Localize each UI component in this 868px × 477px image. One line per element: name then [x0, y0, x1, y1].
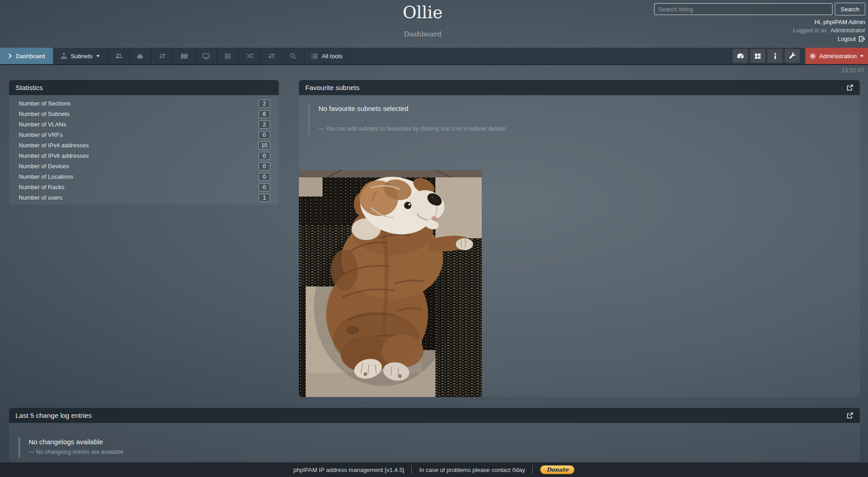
favourites-hint: — You can add subnets to favourites by c…	[318, 126, 860, 132]
search-input[interactable]	[654, 3, 833, 15]
favourite-subnets-panel: Favourite subnets No favourite subnets s…	[299, 80, 860, 397]
tab-all-tools[interactable]: All tools	[304, 48, 350, 64]
info-button[interactable]	[767, 49, 782, 63]
tab-dashboard-label: Dashboard	[16, 53, 45, 60]
group-icon	[115, 52, 122, 60]
external-link-icon[interactable]	[847, 412, 853, 419]
favourites-empty-note: No favourite subnets selected — You can …	[308, 104, 860, 135]
nav-button-list[interactable]	[217, 48, 239, 64]
logout-link[interactable]: Logout	[838, 35, 856, 42]
external-link-icon[interactable]	[847, 84, 853, 91]
changelog-title: Last 5 change log entries	[15, 412, 92, 419]
gauge-icon	[737, 53, 744, 59]
main-navbar: Dashboard Subnets	[0, 48, 868, 65]
nav-spacer	[350, 48, 733, 64]
table-row: Number of IPv4 addresses10	[9, 140, 279, 151]
stat-label: Number of Devices	[19, 163, 258, 170]
exchange-icon	[159, 53, 166, 59]
transfer-icon	[268, 53, 275, 59]
donate-button[interactable]: Donate	[540, 465, 575, 474]
statistics-title: Statistics	[15, 84, 43, 91]
stat-label: Number of Sections	[19, 100, 258, 107]
stat-label: Number of users	[19, 194, 258, 201]
user-greeting: Hi, phpIPAM Admin	[654, 19, 865, 25]
stat-label: Number of IPv4 addresses	[19, 142, 258, 149]
footer-separator	[411, 465, 412, 474]
status-badge: 10	[258, 141, 270, 150]
status-badge: 2	[258, 121, 270, 129]
stat-label: Number of Subnets	[19, 110, 258, 117]
caret-down-icon	[860, 55, 864, 58]
nav-button-map[interactable]	[173, 48, 195, 64]
search-icon	[290, 53, 297, 60]
clock: 13:32:07	[841, 67, 864, 74]
favourites-message: No favourite subnets selected	[318, 105, 860, 112]
footer-version[interactable]: phpIPAM IP address management [v1.4.5]	[293, 467, 404, 473]
changelog-message: No changelogs available	[29, 438, 860, 446]
shuffle-icon	[246, 53, 253, 59]
chevron-right-icon	[8, 53, 12, 59]
tab-administration-label: Administration	[819, 53, 857, 60]
header-user-area: Search Hi, phpIPAM Admin Logged in as Ad…	[654, 3, 865, 42]
gear-icon	[809, 53, 816, 60]
desktop-icon	[202, 53, 210, 60]
statistics-panel: Statistics Number of Sections2 Number of…	[9, 80, 279, 205]
cloud-icon	[136, 53, 144, 60]
sitemap-icon	[61, 53, 67, 60]
status-badge: 6	[258, 110, 270, 118]
table-row: Number of Subnets6	[9, 109, 279, 119]
table-row: Number of VLANs2	[9, 119, 279, 130]
nav-button-search[interactable]	[283, 48, 304, 64]
tab-subnets[interactable]: Subnets	[53, 48, 108, 64]
nav-button-desktop[interactable]	[195, 48, 217, 64]
statistics-rows: Number of Sections2 Number of Subnets6 N…	[9, 95, 279, 203]
nav-button-group[interactable]	[108, 48, 130, 64]
stat-label: Number of IPv6 addresses	[19, 152, 258, 159]
status-badge: 0	[258, 152, 270, 160]
footer-contact[interactable]: In case of problems please contact 0day	[419, 467, 525, 473]
changelog-hint: — No changelog entries are available	[29, 449, 860, 455]
list-alt-icon	[311, 53, 318, 59]
status-badge: 0	[258, 162, 270, 171]
table-row: Number of Racks0	[9, 182, 279, 192]
status-badge: 0	[258, 183, 270, 191]
user-role-link[interactable]: Administrator	[830, 27, 865, 34]
map-icon	[181, 53, 188, 60]
grid-icon	[754, 53, 761, 60]
tab-all-tools-label: All tools	[322, 53, 343, 60]
sign-out-icon[interactable]	[858, 35, 865, 42]
tab-subnets-label: Subnets	[71, 53, 93, 60]
stat-label: Number of VRFs	[19, 131, 258, 138]
tab-dashboard[interactable]: Dashboard	[0, 48, 53, 64]
table-row: Number of Locations0	[9, 171, 279, 182]
dashboard-widgets-button[interactable]	[733, 49, 748, 63]
table-row: Number of Sections2	[9, 98, 279, 109]
search-button[interactable]: Search	[835, 3, 865, 15]
changelog-panel: Last 5 change log entries No changelogs …	[9, 408, 860, 462]
changelog-empty-note: No changelogs available — No changelog e…	[19, 437, 860, 458]
stat-label: Number of Racks	[19, 184, 258, 191]
status-badge: 0	[258, 131, 270, 139]
stat-label: Number of Locations	[19, 173, 258, 180]
status-badge: 0	[258, 173, 270, 181]
logged-in-line: Logged in as Administrator	[654, 27, 865, 34]
table-row: Number of Devices0	[9, 161, 279, 171]
caret-down-icon	[96, 55, 100, 58]
footer: phpIPAM IP address management [v1.4.5] I…	[0, 462, 868, 477]
table-row: Number of VRFs0	[9, 130, 279, 140]
status-badge: 2	[258, 100, 270, 108]
stat-label: Number of VLANs	[19, 121, 258, 128]
tools-button[interactable]	[785, 49, 800, 63]
nav-button-shuffle[interactable]	[239, 48, 261, 64]
nav-button-cloud[interactable]	[130, 48, 151, 64]
nav-button-exchange[interactable]	[151, 48, 173, 64]
nav-button-transfer[interactable]	[261, 48, 283, 64]
favourites-title: Favourite subnets	[305, 84, 359, 91]
tab-administration[interactable]: Administration	[805, 48, 868, 64]
info-icon	[773, 53, 777, 60]
wrench-icon	[789, 52, 796, 60]
list-icon	[224, 53, 231, 59]
grid-view-button[interactable]	[750, 49, 765, 63]
status-badge: 1	[258, 194, 270, 202]
footer-separator	[532, 465, 533, 474]
